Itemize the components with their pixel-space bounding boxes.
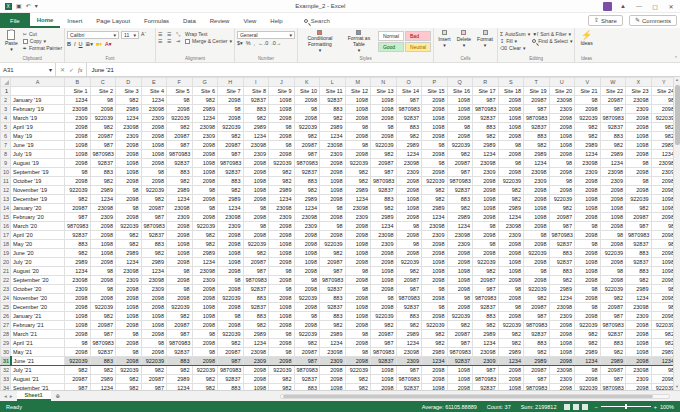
cell[interactable]: 2989 xyxy=(524,150,550,159)
cell[interactable]: 982 xyxy=(218,339,244,348)
cell[interactable]: 2098 xyxy=(218,240,244,249)
cell[interactable]: 20987 xyxy=(294,348,320,357)
cell[interactable]: 982 xyxy=(192,231,218,240)
cell[interactable]: 2098 xyxy=(524,276,550,285)
page-layout-view-icon[interactable] xyxy=(573,404,579,410)
cell[interactable]: 982 xyxy=(575,339,601,348)
cell[interactable]: 982 xyxy=(243,114,269,123)
cell[interactable]: 2098 xyxy=(243,231,269,240)
format-cells-button[interactable]: Format▾ xyxy=(475,29,495,49)
cell[interactable]: Site 17 xyxy=(473,87,499,96)
cell[interactable]: 2098 xyxy=(141,294,167,303)
cell[interactable]: 2989 xyxy=(167,186,193,195)
cell[interactable]: 982 xyxy=(90,366,116,375)
cell[interactable]: 883 xyxy=(371,195,397,204)
cell[interactable]: 20987 xyxy=(141,204,167,213)
cell[interactable]: 2309 xyxy=(473,357,499,366)
cell[interactable]: 2309 xyxy=(498,231,524,240)
cell[interactable]: 98 xyxy=(473,240,499,249)
cell[interactable]: 1098 xyxy=(447,366,473,375)
cell[interactable]: March '19 xyxy=(11,114,65,123)
cell[interactable]: 1234 xyxy=(600,159,626,168)
cell[interactable]: July '19 xyxy=(11,150,65,159)
cell[interactable]: 982 xyxy=(345,168,371,177)
cell[interactable]: 883 xyxy=(396,123,422,132)
cell[interactable]: 20987 xyxy=(167,132,193,141)
percent-icon[interactable]: % xyxy=(246,40,251,46)
cell[interactable]: 982 xyxy=(447,321,473,330)
cell[interactable]: 2098 xyxy=(141,159,167,168)
cell[interactable]: 23098 xyxy=(549,96,575,105)
cell[interactable]: Site 9 xyxy=(269,87,295,96)
cell[interactable]: 2098 xyxy=(269,339,295,348)
row-header-23[interactable]: 23 xyxy=(1,285,11,294)
cell[interactable]: 2098 xyxy=(575,249,601,258)
cell[interactable]: 2989 xyxy=(243,123,269,132)
cell[interactable]: 987 xyxy=(90,141,116,150)
cell[interactable]: 98 xyxy=(167,267,193,276)
cell[interactable]: 23098 xyxy=(524,168,550,177)
cell[interactable]: 2098 xyxy=(269,258,295,267)
cell[interactable]: 2309 xyxy=(549,105,575,114)
tab-review[interactable]: Review xyxy=(203,13,237,28)
cell[interactable]: May '19 xyxy=(11,132,65,141)
cell[interactable]: 2098 xyxy=(345,231,371,240)
cell[interactable] xyxy=(11,87,65,96)
cell[interactable]: 2098 xyxy=(192,294,218,303)
font-family-select[interactable]: Calibri▾ xyxy=(67,31,119,39)
cell[interactable]: 92837 xyxy=(447,357,473,366)
cell[interactable]: 98 xyxy=(600,267,626,276)
cell[interactable]: 2309 xyxy=(626,105,652,114)
zoom-in-icon[interactable]: + xyxy=(654,404,657,410)
row-header-6[interactable]: 6 xyxy=(1,132,11,141)
cell[interactable]: 92837 xyxy=(600,330,626,339)
cell[interactable]: 92837 xyxy=(320,303,346,312)
cell[interactable]: 1098 xyxy=(192,312,218,321)
cell[interactable]: 23098 xyxy=(549,366,575,375)
cell[interactable]: 982 xyxy=(90,312,116,321)
cell[interactable]: 98 xyxy=(498,285,524,294)
cell[interactable]: 2098 xyxy=(65,303,91,312)
cell[interactable]: 1098 xyxy=(549,348,575,357)
cell[interactable]: 922039 xyxy=(498,177,524,186)
cell[interactable]: 2309 xyxy=(243,150,269,159)
cell[interactable]: 98 xyxy=(600,231,626,240)
cell[interactable]: 922039 xyxy=(575,114,601,123)
cell[interactable]: 1098 xyxy=(549,132,575,141)
column-header-K[interactable]: K xyxy=(294,78,320,87)
cell[interactable]: 982 xyxy=(141,249,167,258)
cell[interactable]: 1098 xyxy=(218,249,244,258)
decrease-decimal-icon[interactable]: .0→ xyxy=(271,40,281,46)
cell[interactable]: 20987 xyxy=(473,276,499,285)
column-header-W[interactable]: W xyxy=(600,78,626,87)
cell[interactable]: 98 xyxy=(141,339,167,348)
cell[interactable]: 1098 xyxy=(575,204,601,213)
cell[interactable]: 2098 xyxy=(600,258,626,267)
vertical-scrollbar[interactable]: ▲ ▼ xyxy=(673,77,680,390)
cell[interactable]: 2309 xyxy=(192,132,218,141)
cell[interactable]: 922039 xyxy=(549,195,575,204)
cell[interactable]: 92837 xyxy=(524,330,550,339)
cell[interactable]: 982 xyxy=(243,321,269,330)
cell[interactable]: 982 xyxy=(422,339,448,348)
cell[interactable]: 2098 xyxy=(345,258,371,267)
cell[interactable]: 982 xyxy=(626,204,652,213)
cell[interactable]: 2098 xyxy=(141,348,167,357)
cell[interactable]: 2098 xyxy=(422,276,448,285)
cell[interactable]: 2098 xyxy=(65,177,91,186)
cell[interactable]: 2309 xyxy=(192,276,218,285)
cell[interactable]: November '19 xyxy=(11,186,65,195)
cell[interactable]: 2098 xyxy=(243,375,269,384)
cell[interactable]: August '19 xyxy=(11,159,65,168)
cell[interactable]: 883 xyxy=(65,240,91,249)
cell[interactable]: 2098 xyxy=(473,213,499,222)
cell[interactable]: 2098 xyxy=(320,195,346,204)
row-header-4[interactable]: 4 xyxy=(1,114,11,123)
cell[interactable]: 982 xyxy=(524,294,550,303)
cell[interactable]: 2989 xyxy=(116,105,142,114)
cell[interactable]: 2098 xyxy=(549,357,575,366)
cell[interactable]: 2098 xyxy=(575,177,601,186)
tab-view[interactable]: View xyxy=(236,13,263,28)
format-as-table-button[interactable]: Format as Table▾ xyxy=(342,29,376,54)
cell[interactable]: 922039 xyxy=(65,357,91,366)
